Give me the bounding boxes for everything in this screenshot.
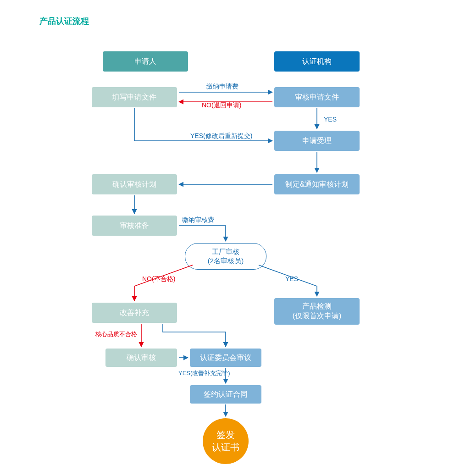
node-fill-application: 填写申请文件 (92, 87, 177, 107)
flowchart-stage: 产品认证流程 申请人 认证机构 填写申请文件 审核申请文件 申请受理 制定&通知… (0, 0, 460, 476)
label-yes-improved: YES(改善补充完毕) (178, 369, 230, 377)
label-pay-audit-fee: 缴纳审核费 (182, 216, 214, 224)
label-core-fail: 核心品质不合格 (95, 330, 137, 338)
node-product-test: 产品检测 (仅限首次申请) (274, 298, 360, 325)
label-pay-app-fee: 缴纳申请费 (206, 83, 238, 91)
arrows-layer (0, 0, 460, 476)
product-test-line1: 产品检测 (302, 302, 332, 311)
issue-cert-line2: 认证书 (212, 441, 239, 454)
node-plan-audit: 制定&通知审核计划 (274, 174, 360, 194)
node-accept-application: 申请受理 (274, 131, 360, 151)
node-confirm-audit: 确认审核 (105, 349, 177, 367)
label-no-fail: NO(不合格) (142, 275, 175, 283)
label-no-return: NO(退回申请) (202, 101, 241, 110)
node-issue-certificate: 签发 认证书 (203, 418, 249, 464)
node-confirm-plan: 确认审核计划 (92, 174, 177, 194)
issue-cert-line1: 签发 (216, 429, 235, 441)
label-yes-resubmit: YES(修改后重新提交) (190, 132, 252, 140)
node-improve: 改善补充 (92, 303, 177, 323)
page-title: 产品认证流程 (39, 16, 89, 27)
node-review-application: 审核申请文件 (274, 87, 360, 107)
node-sign-contract: 签约认证合同 (190, 385, 261, 404)
header-org: 认证机构 (274, 51, 360, 72)
header-applicant: 申请人 (103, 51, 188, 72)
factory-audit-line2: (2名审核员) (208, 256, 244, 266)
factory-audit-line1: 工厂审核 (212, 247, 239, 256)
node-prepare-audit: 审核准备 (92, 216, 177, 236)
label-yes-1: YES (324, 116, 337, 123)
label-yes-2: YES (285, 275, 298, 282)
node-committee: 认证委员会审议 (190, 349, 261, 367)
product-test-line2: (仅限首次申请) (293, 311, 342, 321)
node-factory-audit: 工厂审核 (2名审核员) (185, 243, 266, 270)
